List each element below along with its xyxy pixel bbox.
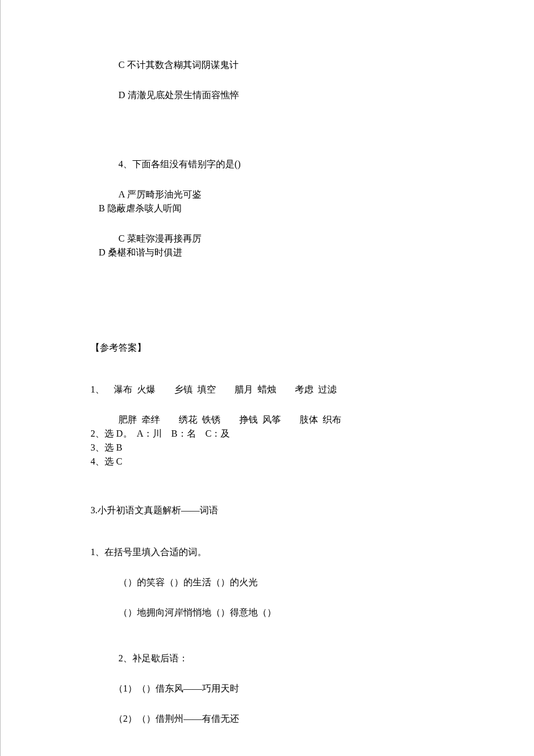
question3-option-d: D 清澈见底处景生情面容憔悴 (91, 88, 453, 102)
section3-title: 3.小升初语文真题解析——词语 (91, 503, 453, 517)
section3-q2-item2: （2）（）借荆州——有借无还 (91, 712, 453, 726)
question4-option-d: D 桑椹和谐与时俱进 (91, 246, 453, 260)
section3-q1-line1: （）的笑容（）的生活（）的火光 (91, 575, 453, 589)
answer-header: 【参考答案】 (91, 341, 453, 355)
question3-option-c: C 不计其数含糊其词阴谋鬼计 (91, 58, 453, 72)
section3-q1-line2: （）地拥向河岸悄悄地（）得意地（） (91, 606, 453, 620)
answer-2: 2、选 D。 A：川 B：名 C：及 (91, 427, 453, 441)
section3-q2-stem: 2、补足歇后语： (91, 651, 453, 665)
section3-q2-item1: （1）（）借东风——巧用天时 (91, 682, 453, 696)
answer-1-line1: 1、 瀑布 火爆 乡镇 填空 腊月 蜡烛 考虑 过滤 (91, 383, 453, 397)
answer-3: 3、选 B (91, 441, 453, 455)
question4-option-c: C 菜畦弥漫再接再厉 (91, 232, 453, 246)
answer-1-line2: 肥胖 牵绊 绣花 铁锈 挣钱 风筝 肢体 织布 (91, 413, 453, 427)
question4-stem: 4、下面各组没有错别字的是() (91, 157, 453, 171)
answer-4: 4、选 C (91, 455, 453, 469)
section3-q1-stem: 1、在括号里填入合适的词。 (91, 545, 453, 559)
question4-option-a: A 严厉畸形油光可鉴 (91, 188, 453, 201)
question4-option-b: B 隐蔽虐杀咳人听闻 (91, 201, 453, 215)
